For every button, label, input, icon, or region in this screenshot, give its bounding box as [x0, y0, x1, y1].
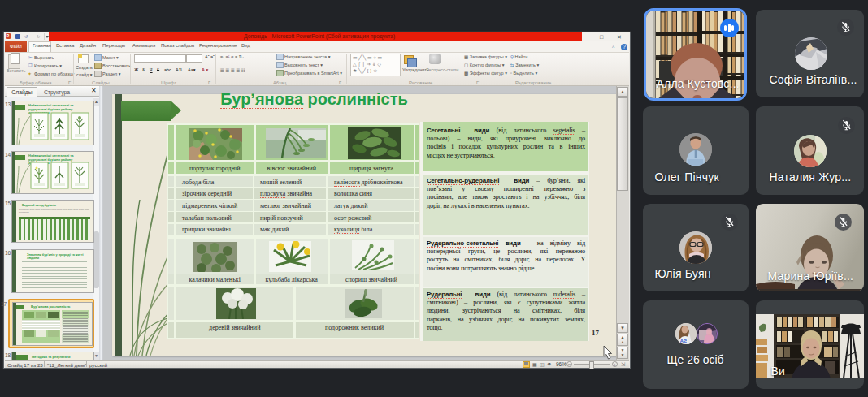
- svg-text:SA: SA: [679, 339, 686, 343]
